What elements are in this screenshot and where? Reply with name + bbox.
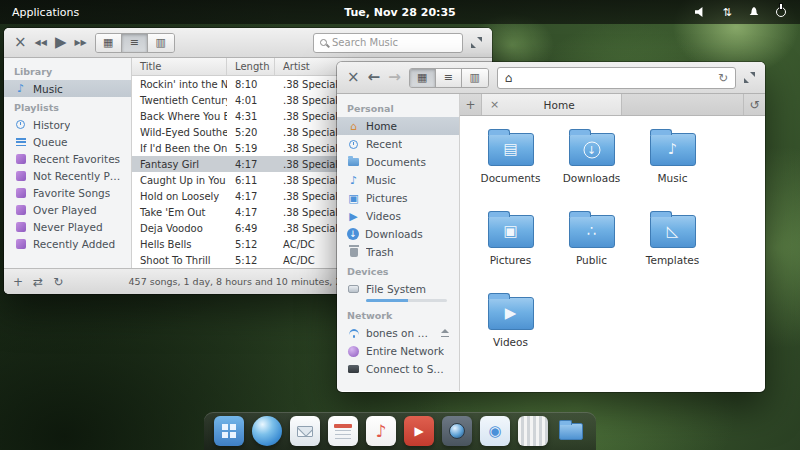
track-length: 4:17 (227, 159, 275, 170)
grid-view-button[interactable]: ▦ (96, 34, 122, 52)
picture-icon: ▣ (347, 193, 360, 204)
new-tab-button[interactable]: + (460, 94, 482, 115)
folder-item-videos[interactable]: ▶ Videos (470, 292, 551, 374)
column-header-length[interactable]: Length (227, 58, 275, 75)
network-icon[interactable]: ⇅ (720, 5, 734, 19)
sidebar-item-queue[interactable]: Queue (4, 133, 131, 150)
track-title: If I'd Been the One (132, 143, 227, 154)
panel-clock[interactable]: Tue, Nov 28 20:35 (0, 6, 800, 19)
folder-label: Videos (493, 336, 528, 348)
smart-playlist-icon (14, 154, 27, 164)
queue-icon (14, 138, 27, 146)
column-view-button[interactable]: ▥ (462, 69, 488, 87)
music-glyph: ♪ (651, 134, 695, 165)
fullscreen-icon[interactable] (744, 72, 755, 83)
folder-item-music[interactable]: ♪ Music (632, 128, 713, 210)
network-header: Network (337, 305, 459, 324)
repeat-icon[interactable]: ↻ (53, 276, 63, 288)
sidebar-item-recent-favorites[interactable]: Recent Favorites (4, 150, 131, 167)
dock-item-appcenter[interactable] (518, 416, 548, 446)
track-title: Twentieth Century F (132, 95, 227, 106)
folder-item-downloads[interactable]: ↓ Downloads (551, 128, 632, 210)
add-icon[interactable]: + (13, 276, 23, 288)
dock-item-videos[interactable]: ▶ (404, 416, 434, 446)
playlists-header: Playlists (4, 97, 131, 116)
fullscreen-icon[interactable] (471, 37, 482, 48)
music-search-input[interactable] (332, 37, 456, 48)
sidebar-item-entire-network[interactable]: Entire Network (337, 342, 459, 360)
sidebar-item-history[interactable]: History (4, 116, 131, 133)
music-search-field[interactable] (313, 33, 463, 53)
column-header-title[interactable]: Title (132, 58, 227, 75)
back-button[interactable]: ← (368, 70, 381, 85)
shuffle-icon[interactable]: ⇄ (33, 276, 43, 288)
sidebar-item-network-share[interactable]: bones on 192.168.1… (337, 324, 459, 342)
grid-view-button[interactable]: ▦ (410, 69, 436, 87)
sidebar-item-home[interactable]: ⌂ Home (337, 117, 459, 135)
dock-item-camera[interactable] (442, 416, 472, 446)
sidebar-item-over-played[interactable]: Over Played (4, 201, 131, 218)
refresh-icon[interactable]: ↻ (718, 72, 728, 84)
sidebar-item-trash[interactable]: Trash (337, 243, 459, 261)
dock-item-web-browser[interactable] (252, 416, 282, 446)
eject-icon[interactable] (440, 329, 449, 337)
sidebar-item-music[interactable]: ♪ Music (337, 171, 459, 189)
sidebar-item-never-played[interactable]: Never Played (4, 218, 131, 235)
tab-history-button[interactable]: ↺ (743, 94, 765, 115)
sidebar-item-label: Downloads (365, 228, 423, 240)
music-sidebar: Library ♪ Music Playlists History Queue … (4, 58, 132, 268)
track-length: 4:17 (227, 191, 275, 202)
applications-menu[interactable]: Applications (0, 6, 91, 19)
sidebar-item-filesystem[interactable]: File System (337, 280, 459, 298)
sidebar-item-videos[interactable]: ▶ Videos (337, 207, 459, 225)
home-breadcrumb[interactable]: ⌂ (505, 72, 513, 84)
dock-item-photos[interactable]: ◉ (480, 416, 510, 446)
sidebar-item-recently-added[interactable]: Recently Added (4, 235, 131, 252)
sidebar-item-connect-to-server[interactable]: Connect to Server… (337, 360, 459, 378)
search-icon (320, 39, 327, 46)
sidebar-item-recent[interactable]: Recent (337, 135, 459, 153)
list-view-button[interactable]: ≡ (122, 34, 148, 52)
tab-home[interactable]: × Home (482, 94, 622, 115)
dock-item-multitasking[interactable] (214, 416, 244, 446)
sidebar-item-music[interactable]: ♪ Music (4, 80, 131, 97)
folder-item-pictures[interactable]: ▣ Pictures (470, 210, 551, 292)
notifications-icon[interactable] (747, 5, 761, 19)
clock-icon (347, 140, 360, 149)
previous-button[interactable]: ◀◀ (35, 39, 47, 47)
sidebar-item-documents[interactable]: Documents (337, 153, 459, 171)
sidebar-item-label: Music (366, 174, 396, 186)
sidebar-item-label: History (33, 119, 70, 131)
column-view-button[interactable]: ▥ (148, 34, 174, 52)
folder-item-templates[interactable]: ◺ Templates (632, 210, 713, 292)
dock-item-calendar[interactable] (328, 416, 358, 446)
envelope-icon (297, 426, 313, 437)
play-button[interactable]: ▶ (55, 35, 67, 50)
close-icon[interactable]: × (14, 35, 27, 50)
folder-item-documents[interactable]: ▤ Documents (470, 128, 551, 210)
music-note-icon: ♪ (347, 175, 360, 186)
folder-icon (347, 158, 360, 166)
top-panel: Applications Tue, Nov 28 20:35 ⇅ (0, 0, 800, 24)
list-view-button[interactable]: ≡ (436, 69, 462, 87)
tab-close-icon[interactable]: × (490, 98, 499, 111)
dock-item-files[interactable] (556, 416, 586, 446)
sidebar-item-not-recently-played[interactable]: Not Recently Played (4, 167, 131, 184)
files-sidebar: Personal ⌂ Home Recent Documents ♪ Music (337, 94, 460, 391)
track-title: Hold on Loosely (132, 191, 227, 202)
sidebar-item-pictures[interactable]: ▣ Pictures (337, 189, 459, 207)
next-button[interactable]: ▶▶ (74, 39, 86, 47)
path-bar[interactable]: ⌂ ↻ (497, 67, 736, 89)
power-icon[interactable] (774, 5, 788, 19)
sidebar-item-downloads[interactable]: ↓ Downloads (337, 225, 459, 243)
dock-item-mail[interactable] (290, 416, 320, 446)
calendar-lines-icon (335, 430, 351, 439)
track-length: 8:10 (227, 79, 275, 90)
folder-item-public[interactable]: ∴ Public (551, 210, 632, 292)
sidebar-item-favorite-songs[interactable]: Favorite Songs (4, 184, 131, 201)
sidebar-item-label: Entire Network (366, 345, 444, 357)
close-icon[interactable]: × (347, 70, 360, 85)
volume-icon[interactable] (693, 5, 707, 19)
forward-button[interactable]: → (388, 70, 401, 85)
dock-item-music[interactable]: ♪ (366, 416, 396, 446)
